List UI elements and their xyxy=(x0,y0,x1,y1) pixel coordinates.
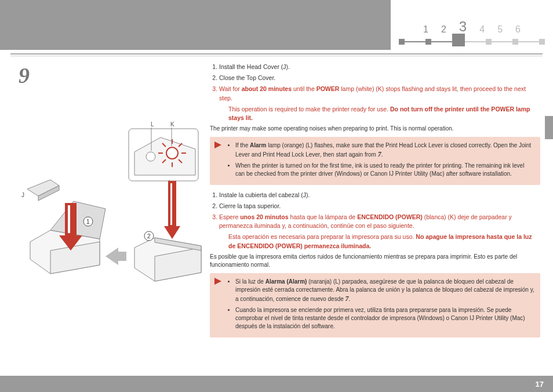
instructions-english: Install the Head Cover (J). Close the To… xyxy=(210,63,540,122)
alert-arrow-icon xyxy=(214,141,221,148)
step-5: 5 xyxy=(497,24,503,35)
svg-text:2: 2 xyxy=(147,233,151,239)
step-4: 4 xyxy=(479,24,485,35)
svg-marker-25 xyxy=(164,226,180,239)
step-navigation: 1 2 3 4 5 6 xyxy=(391,0,553,50)
svg-text:L: L xyxy=(151,121,154,128)
en-alert-box: If the Alarm lamp (orange) (L) flashes, … xyxy=(210,137,540,185)
step-6: 6 xyxy=(515,24,521,35)
es-step-1: Instale la cubierta del cabezal (J). xyxy=(219,191,540,199)
en-alert-2: When the printer is turned on for the fi… xyxy=(235,162,534,178)
svg-text:K: K xyxy=(170,121,174,128)
es-note: Es posible que la impresora emita cierto… xyxy=(210,253,540,270)
en-step-3: Wait for about 20 minutes until the POWE… xyxy=(219,85,540,122)
instructions-spanish: Instale la cubierta del cabezal (J). Cie… xyxy=(210,191,540,251)
svg-point-1 xyxy=(146,152,155,161)
en-note: The printer may make some operating nois… xyxy=(210,125,540,133)
svg-text:J: J xyxy=(21,192,24,198)
en-alert-1: If the Alarm lamp (orange) (L) flashes, … xyxy=(235,141,534,159)
svg-text:1: 1 xyxy=(86,219,90,225)
svg-marker-21 xyxy=(105,248,126,265)
en-step-2: Close the Top Cover. xyxy=(219,74,540,82)
printer-diagram: L K J xyxy=(19,117,204,297)
en-step-1: Install the Head Cover (J). xyxy=(219,63,540,71)
step-2: 2 xyxy=(441,24,446,35)
svg-rect-16 xyxy=(65,203,77,237)
es-step-3: Espere unos 20 minutos hasta que la lámp… xyxy=(219,213,540,251)
es-alert-1: Si la luz de Alarma (Alarm) (naranja) (L… xyxy=(235,278,534,304)
svg-rect-18 xyxy=(68,205,70,233)
section-tab xyxy=(545,116,553,139)
procedure-step-number: 9 xyxy=(19,63,204,88)
es-step-3-note: Esta operación es necesaria para prepara… xyxy=(228,233,540,250)
es-alert-2: Cuando la impresora se enciende por prim… xyxy=(235,306,534,331)
svg-rect-26 xyxy=(170,183,172,225)
page-number: 17 xyxy=(536,380,544,389)
alert-arrow-icon xyxy=(214,278,221,285)
es-alert-box: Si la luz de Alarma (Alarm) (naranja) (L… xyxy=(210,273,540,337)
en-step-3-note: This operation is required to make the p… xyxy=(228,105,540,122)
es-step-2: Cierre la tapa superior. xyxy=(219,202,540,210)
step-1: 1 xyxy=(423,24,428,35)
svg-point-2 xyxy=(166,147,178,159)
step-3-current: 3 xyxy=(459,19,467,35)
